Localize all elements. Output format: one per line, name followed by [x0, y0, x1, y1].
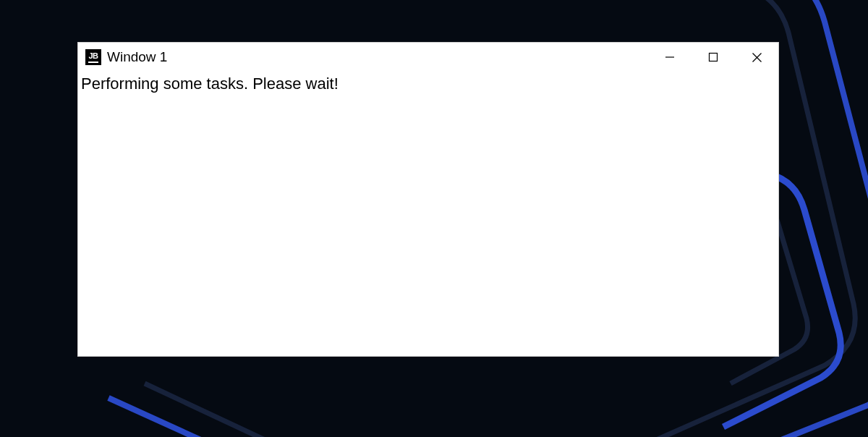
app-icon: JB [85, 49, 101, 65]
window-controls [648, 43, 778, 72]
maximize-icon [708, 52, 718, 62]
minimize-icon [665, 52, 675, 62]
titlebar-left: JB Window 1 [78, 49, 167, 65]
svg-rect-1 [710, 54, 718, 61]
minimize-button[interactable] [648, 43, 692, 72]
app-icon-text: JB [88, 51, 98, 60]
close-icon [752, 52, 762, 63]
maximize-button[interactable] [692, 43, 735, 72]
application-window: JB Window 1 [77, 42, 779, 357]
titlebar[interactable]: JB Window 1 [78, 43, 778, 72]
window-content: Performing some tasks. Please wait! [78, 72, 778, 96]
window-title: Window 1 [107, 49, 167, 65]
status-text: Performing some tasks. Please wait! [81, 75, 775, 93]
close-button[interactable] [735, 43, 778, 72]
